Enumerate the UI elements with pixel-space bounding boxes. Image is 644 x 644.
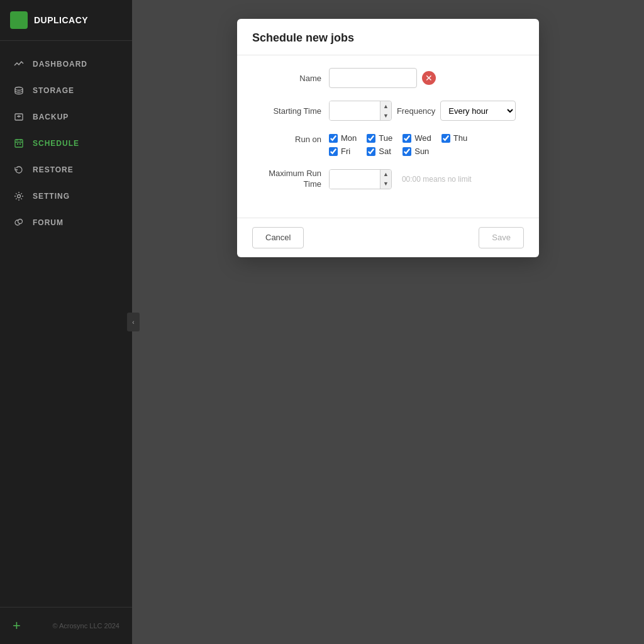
starting-time-wrapper: 12:00AM ▲ ▼ bbox=[329, 101, 392, 121]
time-spinners: ▲ ▼ bbox=[380, 101, 391, 120]
checkbox-tue[interactable] bbox=[367, 134, 375, 143]
sidebar-footer: + © Acrosync LLC 2024 bbox=[0, 607, 132, 644]
sidebar-header: DUPLICACY bbox=[0, 0, 132, 41]
sidebar-item-backup[interactable]: BACKUP bbox=[0, 104, 132, 130]
time-up-button[interactable]: ▲ bbox=[380, 101, 391, 111]
day-tue[interactable]: Tue bbox=[367, 133, 392, 143]
max-run-time-row: Maximum RunTime 00:00 ▲ ▼ 00:00 means no… bbox=[252, 169, 524, 190]
sidebar-item-setting[interactable]: SETTING bbox=[0, 183, 132, 209]
footer-copyright: © Acrosync LLC 2024 bbox=[52, 622, 119, 630]
checkbox-sun[interactable] bbox=[402, 147, 411, 156]
modal-header: Schedule new jobs bbox=[237, 19, 539, 55]
sidebar-item-dashboard[interactable]: DASHBOARD bbox=[0, 51, 132, 77]
checkbox-fri[interactable] bbox=[329, 147, 338, 156]
day-sun[interactable]: Sun bbox=[402, 147, 431, 156]
svg-point-0 bbox=[15, 87, 23, 91]
day-fri[interactable]: Fri bbox=[329, 147, 357, 156]
storage-icon bbox=[13, 84, 25, 97]
max-run-hint: 00:00 means no limit bbox=[402, 175, 472, 184]
frequency-label: Frequency bbox=[397, 106, 435, 116]
time-frequency-row: Starting Time 12:00AM ▲ ▼ Frequency Ever… bbox=[252, 101, 524, 121]
day-tue-label: Tue bbox=[379, 133, 392, 143]
sidebar-item-storage[interactable]: STORAGE bbox=[0, 77, 132, 104]
name-label: Name bbox=[252, 74, 321, 83]
app-title: DUPLICACY bbox=[34, 15, 88, 25]
sidebar-item-forum[interactable]: FORUM bbox=[0, 209, 132, 236]
day-sat-label: Sat bbox=[379, 147, 391, 156]
save-button[interactable]: Save bbox=[479, 227, 524, 248]
schedule-modal: Schedule new jobs Name ✕ Starting Time bbox=[237, 19, 539, 257]
svg-rect-3 bbox=[17, 143, 18, 145]
checkbox-wed[interactable] bbox=[402, 134, 411, 143]
max-time-up-button[interactable]: ▲ bbox=[380, 170, 391, 179]
max-time-spinners: ▲ ▼ bbox=[380, 170, 391, 189]
day-wed-label: Wed bbox=[414, 133, 431, 143]
time-down-button[interactable]: ▼ bbox=[380, 111, 391, 120]
day-thu-label: Thu bbox=[453, 133, 467, 143]
name-row: Name ✕ bbox=[252, 68, 524, 88]
frequency-select[interactable]: Every hour Every day Every week Every mo… bbox=[440, 101, 516, 121]
schedule-icon bbox=[13, 137, 25, 150]
day-sat[interactable]: Sat bbox=[367, 147, 392, 156]
run-on-label: Run on bbox=[252, 133, 321, 144]
starting-time-label: Starting Time bbox=[252, 106, 321, 116]
setting-icon bbox=[13, 190, 25, 203]
restore-icon bbox=[13, 164, 25, 176]
sidebar-item-restore[interactable]: RESTORE bbox=[0, 157, 132, 183]
checkbox-thu[interactable] bbox=[441, 134, 450, 143]
run-on-row: Run on Mon Tue Wed bbox=[252, 133, 524, 156]
sidebar-nav: DASHBOARD STORAGE BACKUP bbox=[0, 41, 132, 607]
add-button[interactable]: + bbox=[13, 618, 21, 634]
svg-point-7 bbox=[18, 219, 23, 224]
clear-name-button[interactable]: ✕ bbox=[422, 71, 436, 85]
modal-body: Name ✕ Starting Time 12:00AM ▲ bbox=[237, 55, 539, 218]
backup-icon bbox=[13, 111, 25, 123]
day-fri-label: Fri bbox=[341, 147, 350, 156]
modal-title: Schedule new jobs bbox=[252, 31, 524, 45]
max-run-time-group: 00:00 ▲ ▼ 00:00 means no limit bbox=[329, 169, 524, 189]
main-content: Schedule new jobs Name ✕ Starting Time bbox=[132, 0, 644, 644]
app-logo bbox=[10, 11, 28, 29]
checkbox-mon[interactable] bbox=[329, 134, 338, 143]
name-input[interactable] bbox=[329, 68, 417, 88]
starting-time-input[interactable]: 12:00AM bbox=[330, 101, 380, 120]
sidebar: DUPLICACY DASHBOARD STORAGE bbox=[0, 0, 132, 644]
max-run-time-input[interactable]: 00:00 bbox=[330, 170, 380, 189]
max-run-time-label: Maximum RunTime bbox=[252, 169, 321, 190]
modal-footer: Cancel Save bbox=[237, 218, 539, 257]
days-grid: Mon Tue Wed Thu bbox=[329, 133, 467, 156]
sidebar-collapse-button[interactable]: ‹ bbox=[127, 313, 140, 331]
day-sun-label: Sun bbox=[414, 147, 429, 156]
day-mon[interactable]: Mon bbox=[329, 133, 357, 143]
day-wed[interactable]: Wed bbox=[402, 133, 431, 143]
svg-point-5 bbox=[18, 195, 21, 198]
max-time-down-button[interactable]: ▼ bbox=[380, 179, 391, 189]
name-control-group: ✕ bbox=[329, 68, 524, 88]
time-frequency-group: 12:00AM ▲ ▼ Frequency Every hour Every d… bbox=[329, 101, 524, 121]
dashboard-icon bbox=[13, 58, 25, 70]
checkbox-sat[interactable] bbox=[367, 147, 375, 156]
max-run-time-wrapper: 00:00 ▲ ▼ bbox=[329, 169, 392, 189]
cancel-button[interactable]: Cancel bbox=[252, 227, 304, 248]
day-thu[interactable]: Thu bbox=[441, 133, 467, 143]
modal-overlay: Schedule new jobs Name ✕ Starting Time bbox=[132, 0, 644, 644]
day-mon-label: Mon bbox=[341, 133, 357, 143]
svg-rect-2 bbox=[15, 140, 23, 147]
svg-rect-4 bbox=[19, 143, 21, 145]
forum-icon bbox=[13, 216, 25, 229]
sidebar-item-schedule[interactable]: SCHEDULE bbox=[0, 130, 132, 157]
